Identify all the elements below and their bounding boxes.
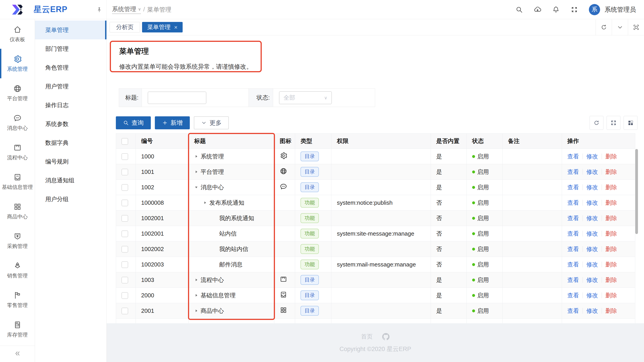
user-name[interactable]: 系统管理员 (604, 5, 636, 14)
action-view-link[interactable]: 查看 (567, 292, 579, 299)
action-edit-link[interactable]: 修改 (586, 261, 598, 268)
action-delete-link[interactable]: 删除 (606, 199, 617, 207)
sidebar-item-base-info-management[interactable]: 基础信息管理 (0, 167, 35, 196)
caret-right-icon[interactable] (194, 154, 198, 159)
column-header: 备注 (502, 134, 562, 149)
action-delete-link[interactable]: 删除 (606, 153, 617, 161)
fullscreen-table-button[interactable] (606, 116, 620, 130)
action-delete-link[interactable]: 删除 (606, 183, 617, 191)
row-checkbox[interactable] (122, 261, 128, 268)
sidebar-collapse-button[interactable] (0, 346, 35, 362)
action-edit-link[interactable]: 修改 (586, 292, 598, 299)
caret-right-icon[interactable] (194, 278, 198, 282)
action-view-link[interactable]: 查看 (567, 183, 579, 191)
action-view-link[interactable]: 查看 (567, 261, 579, 268)
tabbar-tool-refresh-icon[interactable] (596, 19, 612, 35)
submenu-item-menu-management[interactable]: 菜单管理 (35, 20, 106, 39)
caret-right-icon[interactable] (194, 293, 198, 298)
caret-down-icon[interactable] (194, 185, 198, 189)
row-checkbox[interactable] (122, 199, 128, 206)
action-view-link[interactable]: 查看 (567, 276, 579, 284)
action-delete-link[interactable]: 删除 (606, 245, 617, 253)
action-delete-link[interactable]: 删除 (606, 230, 617, 238)
tabbar-tool-frame-icon[interactable] (628, 19, 644, 35)
sidebar-item-platform-management[interactable]: 平台管理 (0, 78, 35, 108)
action-edit-link[interactable]: 修改 (586, 183, 598, 191)
action-view-link[interactable]: 查看 (567, 230, 579, 238)
action-delete-link[interactable]: 删除 (606, 276, 617, 284)
submenu-item-operation-log[interactable]: 操作日志 (35, 96, 106, 115)
add-button[interactable]: 新增 (155, 116, 190, 129)
row-checkbox[interactable] (122, 308, 128, 314)
search-icon[interactable] (516, 6, 523, 13)
avatar[interactable]: 系 (589, 4, 600, 15)
sidebar-item-process-center[interactable]: 流程中心 (0, 137, 35, 167)
submenu-item-user-group[interactable]: 用户分组 (35, 190, 106, 208)
action-view-link[interactable]: 查看 (567, 168, 579, 176)
action-edit-link[interactable]: 修改 (586, 230, 598, 238)
query-button[interactable]: 查询 (116, 116, 151, 129)
action-delete-link[interactable]: 删除 (606, 168, 617, 176)
github-icon[interactable] (382, 333, 390, 341)
tab-menu-management[interactable]: 菜单管理 × (142, 22, 182, 32)
action-edit-link[interactable]: 修改 (586, 153, 598, 161)
column-settings-button[interactable] (624, 116, 638, 130)
bell-icon[interactable] (552, 6, 560, 13)
action-view-link[interactable]: 查看 (567, 307, 579, 315)
action-delete-link[interactable]: 删除 (606, 307, 617, 315)
row-checkbox[interactable] (122, 184, 128, 191)
caret-right-icon[interactable] (194, 170, 198, 174)
sidebar-item-sales-management[interactable]: 销售管理 (0, 255, 35, 285)
row-checkbox[interactable] (122, 169, 128, 176)
breadcrumb-root[interactable]: 系统管理 ∨ (112, 5, 141, 14)
submenu-item-user-management[interactable]: 用户管理 (35, 77, 106, 96)
action-view-link[interactable]: 查看 (567, 214, 579, 222)
action-delete-link[interactable]: 删除 (606, 261, 617, 268)
row-checkbox[interactable] (122, 277, 128, 283)
close-icon[interactable]: × (174, 24, 178, 30)
refresh-button[interactable] (590, 116, 604, 130)
sidebar-item-message-center[interactable]: 消息中心 (0, 108, 35, 137)
submenu-item-department-management[interactable]: 部门管理 (35, 39, 106, 58)
pin-icon[interactable] (96, 6, 102, 13)
action-edit-link[interactable]: 修改 (586, 199, 598, 207)
action-view-link[interactable]: 查看 (567, 153, 579, 161)
action-edit-link[interactable]: 修改 (586, 276, 598, 284)
table-scrollbar[interactable] (635, 149, 638, 234)
sidebar-item-purchase-management[interactable]: 采购管理 (0, 226, 35, 255)
action-edit-link[interactable]: 修改 (586, 245, 598, 253)
status-select[interactable]: 全部 ∨ (279, 91, 332, 104)
row-checkbox[interactable] (122, 215, 128, 222)
tabbar-tool-chevron-down-icon[interactable] (612, 19, 628, 35)
action-edit-link[interactable]: 修改 (586, 168, 598, 176)
sidebar-item-retail-management[interactable]: 零售管理 (0, 285, 35, 315)
select-all-checkbox[interactable] (122, 138, 128, 145)
submenu-item-numbering-rules[interactable]: 编号规则 (35, 152, 106, 171)
more-button[interactable]: 更多 (194, 116, 229, 129)
caret-right-icon[interactable] (194, 309, 198, 313)
sidebar-item-inventory-management[interactable]: 库存管理 (0, 315, 35, 344)
action-edit-link[interactable]: 修改 (586, 307, 598, 315)
title-filter-input[interactable] (148, 92, 206, 104)
submenu-item-data-dictionary[interactable]: 数据字典 (35, 133, 106, 152)
sidebar-item-goods-center[interactable]: 商品中心 (0, 196, 35, 226)
footer-home-link[interactable]: 首页 (361, 333, 373, 341)
submenu-item-system-params[interactable]: 系统参数 (35, 115, 106, 133)
caret-right-icon[interactable] (203, 200, 207, 205)
row-checkbox[interactable] (122, 230, 128, 237)
fullscreen-icon[interactable] (570, 6, 578, 13)
action-delete-link[interactable]: 删除 (606, 214, 617, 222)
sidebar-item-system-management[interactable]: 系统管理 (0, 49, 35, 78)
row-checkbox[interactable] (122, 292, 128, 299)
tab-analysis-page[interactable]: 分析页 (110, 22, 140, 32)
submenu-item-message-notify-group[interactable]: 消息通知组 (35, 171, 106, 190)
action-view-link[interactable]: 查看 (567, 199, 579, 207)
sidebar-item-dashboard[interactable]: 仪表板 (0, 19, 35, 49)
action-delete-link[interactable]: 删除 (606, 292, 617, 299)
submenu-item-role-management[interactable]: 角色管理 (35, 58, 106, 77)
cloud-download-icon[interactable] (534, 6, 541, 13)
action-view-link[interactable]: 查看 (567, 245, 579, 253)
row-checkbox[interactable] (122, 153, 128, 160)
row-checkbox[interactable] (122, 246, 128, 253)
action-edit-link[interactable]: 修改 (586, 214, 598, 222)
